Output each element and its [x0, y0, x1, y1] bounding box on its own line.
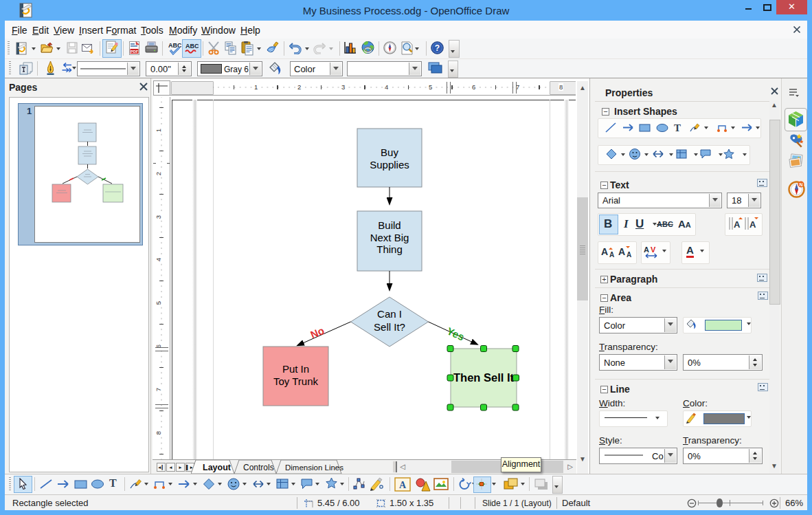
svg-text:Thing: Thing — [376, 243, 403, 255]
svg-text:N: N — [799, 182, 802, 187]
svg-text:Then Sell It: Then Sell It — [453, 371, 515, 384]
svg-text:Controls: Controls — [243, 463, 274, 472]
svg-text:Buy: Buy — [381, 146, 398, 158]
svg-text:1: 1 — [27, 106, 32, 116]
svg-text:A: A — [734, 219, 741, 230]
svg-text:Can I: Can I — [377, 308, 402, 320]
svg-text:Next Big: Next Big — [370, 232, 409, 243]
svg-text:A: A — [609, 251, 614, 259]
svg-text:Layout: Layout — [203, 463, 232, 472]
svg-text:Dimension Lines: Dimension Lines — [285, 463, 343, 472]
svg-text:T: T — [674, 122, 681, 133]
svg-text:A: A — [749, 219, 756, 230]
svg-text:?: ? — [435, 43, 440, 53]
svg-text:A: A — [644, 245, 649, 254]
svg-text:Sell It?: Sell It? — [374, 321, 405, 333]
svg-text:A: A — [399, 480, 407, 490]
svg-text:V: V — [651, 245, 656, 254]
svg-text:Put In: Put In — [282, 363, 309, 375]
svg-text:No: No — [308, 325, 326, 340]
svg-text:Build: Build — [378, 219, 401, 231]
svg-text:PDF: PDF — [131, 50, 139, 54]
svg-text:Supplies: Supplies — [370, 159, 409, 171]
svg-text:Yes: Yes — [445, 325, 466, 343]
svg-text:A: A — [627, 251, 631, 259]
svg-text:A: A — [601, 246, 608, 257]
svg-text:ABC: ABC — [185, 43, 199, 50]
svg-text:Toy Trunk: Toy Trunk — [273, 375, 319, 387]
svg-text:A: A — [618, 246, 625, 257]
